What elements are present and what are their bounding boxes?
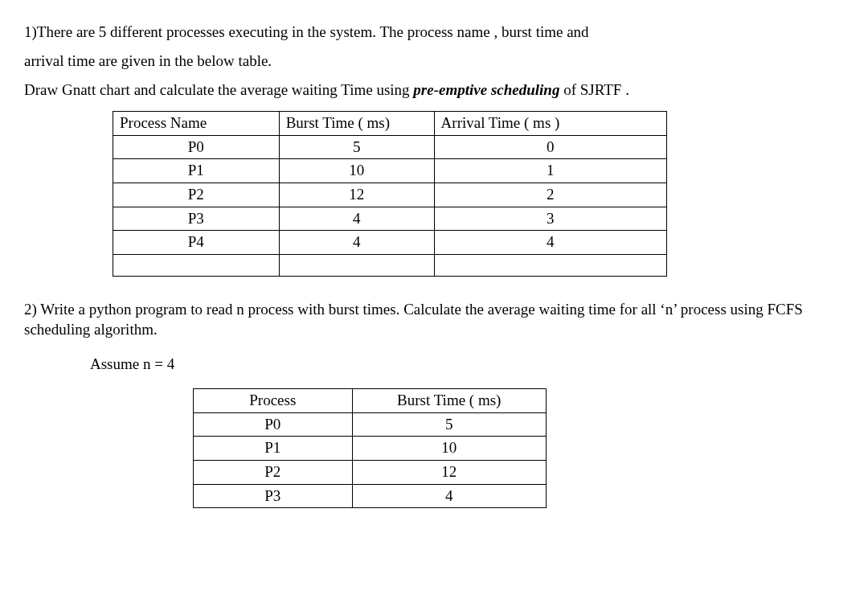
table-row: P4 4 4 (113, 231, 667, 255)
cell: 4 (279, 231, 434, 255)
cell: 0 (434, 135, 666, 159)
cell: 10 (279, 159, 434, 183)
q1-line2: arrival time are given in the below tabl… (24, 47, 844, 76)
table-header-row: Process Name Burst Time ( ms) Arrival Ti… (113, 112, 667, 136)
table-header-row: Process Burst Time ( ms) (194, 389, 547, 413)
header-process: Process (194, 389, 353, 413)
table-row: P1 10 (194, 437, 547, 461)
cell: P4 (113, 231, 280, 255)
header-burst-time: Burst Time ( ms) (352, 389, 546, 413)
cell: 5 (352, 412, 546, 437)
table-row: P0 5 0 (113, 135, 667, 159)
table-empty-row (113, 254, 667, 276)
table-row: P0 5 (194, 412, 547, 437)
q1-line3-pre: Draw Gnatt chart and calculate the avera… (24, 81, 413, 98)
cell: P0 (113, 135, 280, 159)
q1-line1: 1)There are 5 different processes execut… (24, 18, 844, 47)
header-burst-time: Burst Time ( ms) (279, 112, 434, 136)
header-process-name: Process Name (113, 112, 280, 136)
empty-cell (279, 254, 434, 276)
table-row: P1 10 1 (113, 159, 667, 183)
question1-text: 1)There are 5 different processes execut… (24, 18, 844, 105)
table-row: P2 12 2 (113, 183, 667, 207)
cell: P3 (113, 207, 280, 231)
cell: 1 (434, 159, 666, 183)
process-table-1: Process Name Burst Time ( ms) Arrival Ti… (113, 111, 667, 277)
q1-line3-post: of SJRTF . (559, 81, 629, 98)
process-table-2: Process Burst Time ( ms) P0 5 P1 10 P2 1… (193, 388, 547, 508)
cell: 4 (434, 231, 666, 255)
cell: P1 (194, 437, 353, 461)
q1-line3: Draw Gnatt chart and calculate the avera… (24, 76, 844, 105)
empty-cell (113, 254, 280, 276)
empty-cell (434, 254, 666, 276)
table-row: P3 4 (194, 484, 547, 508)
cell: P1 (113, 159, 280, 183)
cell: P0 (194, 412, 353, 437)
table-row: P3 4 3 (113, 207, 667, 231)
cell: 4 (279, 207, 434, 231)
q1-line3-emphasis: pre-emptive scheduling (413, 81, 559, 98)
cell: 4 (352, 484, 546, 508)
assume-text: Assume n = 4 (90, 350, 844, 379)
cell: 5 (279, 135, 434, 159)
question2-text: 2) Write a python program to read n proc… (24, 299, 844, 340)
cell: P2 (194, 461, 353, 485)
header-arrival-time: Arrival Time ( ms ) (434, 112, 666, 136)
table-row: P2 12 (194, 461, 547, 485)
cell: 3 (434, 207, 666, 231)
cell: 12 (352, 461, 546, 485)
cell: 2 (434, 183, 666, 207)
cell: 12 (279, 183, 434, 207)
cell: P3 (194, 484, 353, 508)
cell: P2 (113, 183, 280, 207)
cell: 10 (352, 437, 546, 461)
